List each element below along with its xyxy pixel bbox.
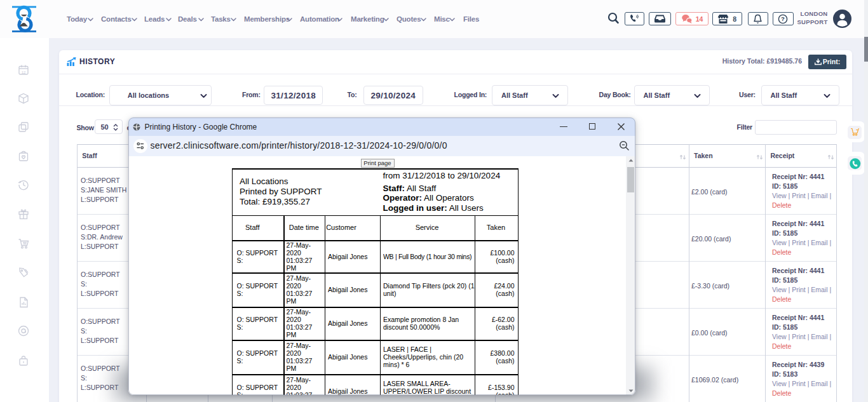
svg-text:12: 12 bbox=[22, 70, 26, 74]
svg-text:?: ? bbox=[781, 15, 785, 22]
